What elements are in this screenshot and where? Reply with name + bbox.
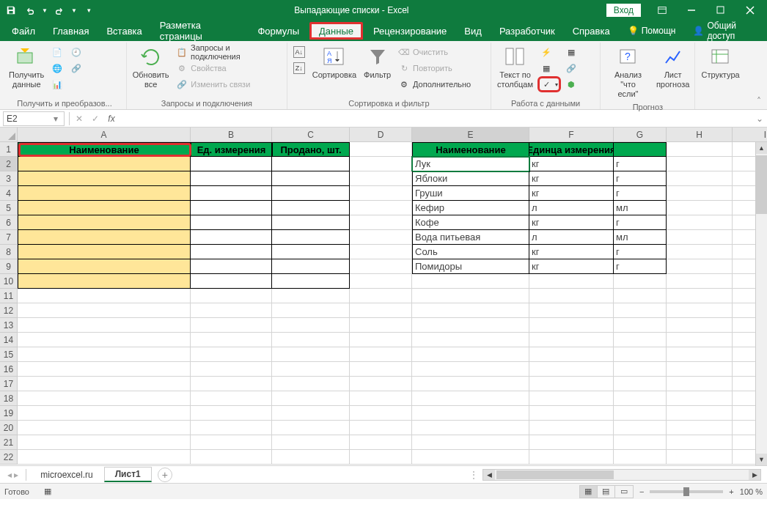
cell-B11[interactable] xyxy=(191,289,272,303)
horizontal-scrollbar[interactable]: ◀ ▶ xyxy=(482,469,761,481)
cell-H19[interactable] xyxy=(667,406,733,421)
cell-D3[interactable] xyxy=(350,171,412,186)
cell-B9[interactable] xyxy=(191,259,272,274)
cell-B15[interactable] xyxy=(191,347,272,362)
page-layout-icon[interactable]: ▤ xyxy=(598,486,615,498)
cell-B19[interactable] xyxy=(191,406,272,421)
zoom-in-icon[interactable]: + xyxy=(729,487,733,496)
queries-connections-button[interactable]: 📋Запросы и подключения xyxy=(173,44,283,60)
formula-input[interactable] xyxy=(120,114,752,124)
cell-E8[interactable]: Соль xyxy=(412,245,529,259)
cell-A8[interactable] xyxy=(18,245,191,259)
cell-B10[interactable] xyxy=(191,274,272,289)
cell-E2[interactable]: Лук xyxy=(412,157,529,171)
tab-insert[interactable]: Вставка xyxy=(98,21,150,41)
cell-A4[interactable] xyxy=(18,186,191,201)
row-header-4[interactable]: 4 xyxy=(0,186,18,201)
col-header-E[interactable]: E xyxy=(412,128,529,142)
remove-duplicates-icon[interactable]: ▦ xyxy=(537,60,561,76)
text-to-columns-button[interactable]: Текст по столбцам xyxy=(494,44,536,91)
select-all[interactable] xyxy=(0,128,18,142)
row-header-7[interactable]: 7 xyxy=(0,230,18,245)
cell-C17[interactable] xyxy=(272,377,350,391)
cell-C8[interactable] xyxy=(272,245,350,259)
cell-A2[interactable] xyxy=(18,157,191,171)
cell-F8[interactable]: кг xyxy=(529,245,614,259)
tab-developer[interactable]: Разработчик xyxy=(491,21,564,41)
cell-G9[interactable]: г xyxy=(614,259,667,274)
row-header-11[interactable]: 11 xyxy=(0,289,18,303)
cell-H12[interactable] xyxy=(667,303,733,318)
cell-A14[interactable] xyxy=(18,333,191,347)
cell-G16[interactable] xyxy=(614,362,667,377)
cell-F17[interactable] xyxy=(529,377,614,391)
cell-F18[interactable] xyxy=(529,391,614,406)
add-sheet-button[interactable]: + xyxy=(158,468,172,482)
cell-B22[interactable] xyxy=(191,450,272,465)
row-header-16[interactable]: 16 xyxy=(0,362,18,377)
cell-H13[interactable] xyxy=(667,318,733,333)
cell-H1[interactable] xyxy=(667,142,733,157)
cell-D18[interactable] xyxy=(350,391,412,406)
cell-B13[interactable] xyxy=(191,318,272,333)
tab-view[interactable]: Вид xyxy=(455,21,491,41)
cell-H6[interactable] xyxy=(667,215,733,230)
cell-G20[interactable] xyxy=(614,421,667,435)
cell-D6[interactable] xyxy=(350,215,412,230)
macro-record-icon[interactable]: ▦ xyxy=(44,487,51,496)
cell-E14[interactable] xyxy=(412,333,529,347)
tab-review[interactable]: Рецензирование xyxy=(364,21,455,41)
cell-B7[interactable] xyxy=(191,230,272,245)
enter-icon[interactable]: ✓ xyxy=(87,111,103,126)
advanced-filter-button[interactable]: ⚙Дополнительно xyxy=(395,76,474,92)
clear-filter-button[interactable]: ⌫Очистить xyxy=(395,44,474,60)
cell-B8[interactable] xyxy=(191,245,272,259)
scroll-down-icon[interactable]: ▼ xyxy=(756,454,767,465)
cell-E7[interactable]: Вода питьевая xyxy=(412,230,529,245)
sheet-tab-1[interactable]: Лист1 xyxy=(104,467,152,482)
tell-me[interactable]: 💡Помощн xyxy=(619,21,685,41)
cell-D10[interactable] xyxy=(350,274,412,289)
row-header-22[interactable]: 22 xyxy=(0,450,18,465)
sheet-tab-0[interactable]: microexcel.ru xyxy=(29,468,103,482)
cell-F22[interactable] xyxy=(529,450,614,465)
forecast-sheet-button[interactable]: Лист прогноза xyxy=(654,44,692,91)
cell-E12[interactable] xyxy=(412,303,529,318)
cell-B14[interactable] xyxy=(191,333,272,347)
close-icon[interactable] xyxy=(736,1,764,19)
cell-A16[interactable] xyxy=(18,362,191,377)
scroll-right-icon[interactable]: ▶ xyxy=(749,470,760,480)
cell-A22[interactable] xyxy=(18,450,191,465)
name-box[interactable]: E2▾ xyxy=(3,111,65,126)
ribbon-options-icon[interactable] xyxy=(648,1,676,19)
cell-E4[interactable]: Груши xyxy=(412,186,529,201)
cell-B2[interactable] xyxy=(191,157,272,171)
col-header-D[interactable]: D xyxy=(350,128,412,142)
col-header-G[interactable]: G xyxy=(614,128,667,142)
cell-D7[interactable] xyxy=(350,230,412,245)
cell-A20[interactable] xyxy=(18,421,191,435)
cell-D14[interactable] xyxy=(350,333,412,347)
cell-E3[interactable]: Яблоки xyxy=(412,171,529,186)
cell-H5[interactable] xyxy=(667,201,733,215)
cell-D2[interactable] xyxy=(350,157,412,171)
redo-icon[interactable] xyxy=(51,2,67,18)
cell-A6[interactable] xyxy=(18,215,191,230)
cell-G5[interactable]: мл xyxy=(614,201,667,215)
cancel-icon[interactable]: ✕ xyxy=(71,111,87,126)
cell-G4[interactable]: г xyxy=(614,186,667,201)
cell-H9[interactable] xyxy=(667,259,733,274)
cell-E20[interactable] xyxy=(412,421,529,435)
cell-F20[interactable] xyxy=(529,421,614,435)
cell-G21[interactable] xyxy=(614,435,667,450)
from-text-icon[interactable]: 📄 xyxy=(48,44,66,60)
cell-F11[interactable] xyxy=(529,289,614,303)
row-header-15[interactable]: 15 xyxy=(0,347,18,362)
zoom-slider[interactable] xyxy=(650,490,723,493)
cell-G2[interactable]: г xyxy=(614,157,667,171)
cell-C6[interactable] xyxy=(272,215,350,230)
cell-A13[interactable] xyxy=(18,318,191,333)
row-header-9[interactable]: 9 xyxy=(0,259,18,274)
signin-button[interactable]: Вход xyxy=(606,4,641,17)
cell-F6[interactable]: кг xyxy=(529,215,614,230)
